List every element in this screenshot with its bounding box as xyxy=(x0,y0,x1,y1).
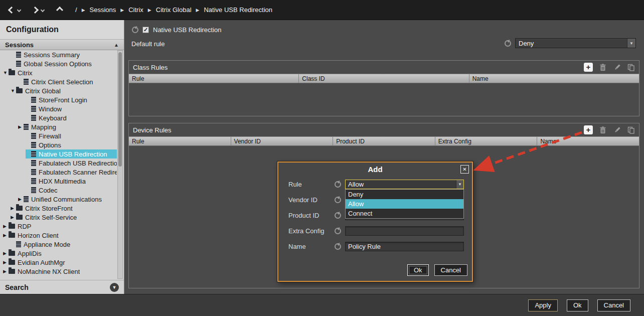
dialog-cancel-button[interactable]: Cancel xyxy=(434,264,467,276)
tree-item-unified-communications[interactable]: ▶Unified Communications xyxy=(0,195,117,204)
sidebar-scrollbar-thumb[interactable] xyxy=(118,52,122,167)
device-rules-column-name[interactable]: Name xyxy=(537,137,639,145)
class-rules-delete-button[interactable] xyxy=(599,63,607,71)
tree-item-horizon-client[interactable]: ▶Horizon Client xyxy=(0,231,117,240)
tree-item-fabulatech-usb-redirection[interactable]: Fabulatech USB Redirection xyxy=(0,159,117,168)
tree-item-inner: StoreFront Login xyxy=(26,95,117,104)
tree-item-applidis[interactable]: ▶AppliDis xyxy=(0,249,117,258)
expand-icon[interactable]: ▶ xyxy=(18,124,24,129)
reset-icon[interactable] xyxy=(335,197,341,203)
tree-item-firewall[interactable]: Firewall xyxy=(0,131,117,140)
tree-item-keyboard[interactable]: Keyboard xyxy=(0,113,117,122)
sessions-section-header[interactable]: Sessions ▲ xyxy=(0,39,124,50)
tree-item-storefront-login[interactable]: StoreFront Login xyxy=(0,95,117,104)
default-rule-dropdown[interactable]: Deny ▼ xyxy=(515,38,636,48)
name-input[interactable] xyxy=(345,242,464,251)
cancel-button[interactable]: Cancel xyxy=(597,299,630,311)
reset-icon[interactable] xyxy=(505,40,511,47)
expand-icon[interactable]: ▶ xyxy=(3,260,9,265)
folder-icon xyxy=(9,260,15,265)
device-rules-copy-button[interactable] xyxy=(627,126,635,134)
tree-item-label: Citrix xyxy=(18,69,33,77)
tree-item-mapping[interactable]: ▶Mapping xyxy=(0,122,117,131)
class-rules-column-rule[interactable]: Rule xyxy=(129,74,299,83)
back-history-caret-icon[interactable] xyxy=(17,8,21,12)
search-expand-button[interactable]: ▼ xyxy=(110,283,119,292)
rule-option-allow[interactable]: Allow xyxy=(346,199,463,209)
reset-icon[interactable] xyxy=(132,27,138,33)
device-rules-edit-button[interactable] xyxy=(613,126,621,134)
tree-item-citrix-global[interactable]: ▼Citrix Global xyxy=(0,86,117,95)
breadcrumb-item[interactable]: Native USB Redirection xyxy=(204,6,272,14)
tree-item-fabulatech-scanner-redirection[interactable]: Fabulatech Scanner Redirection xyxy=(0,168,117,177)
tree-item-citrix-self-service[interactable]: ▶Citrix Self-Service xyxy=(0,213,117,222)
expand-icon[interactable]: ▶ xyxy=(18,197,24,202)
class-rules-copy-button[interactable] xyxy=(627,63,635,71)
tree-item-citrix-client-selection[interactable]: Citrix Client Selection xyxy=(0,77,117,86)
device-rules-add-button[interactable]: + xyxy=(584,125,593,134)
device-rules-column-vendor-id[interactable]: Vendor ID xyxy=(231,137,334,145)
collapse-icon[interactable]: ▼ xyxy=(3,70,9,75)
class-rules-header-row: RuleClass IDName xyxy=(129,74,639,83)
folder-icon xyxy=(9,251,15,256)
class-rules-column-class-id[interactable]: Class ID xyxy=(299,74,469,83)
dialog-ok-button[interactable]: Ok xyxy=(407,264,429,276)
expand-icon[interactable]: ▶ xyxy=(3,251,9,256)
device-rules-column-rule[interactable]: Rule xyxy=(129,137,231,145)
device-rules-column-extra-config[interactable]: Extra Config xyxy=(435,137,538,145)
breadcrumb-item[interactable]: Citrix xyxy=(128,6,143,14)
tree-item-citrix-storefront[interactable]: ▶Citrix StoreFront xyxy=(0,204,117,213)
class-rules-add-button[interactable]: + xyxy=(584,63,593,72)
forward-history-caret-icon[interactable] xyxy=(41,8,45,12)
tree-item-hdx-multimedia[interactable]: HDX Multimedia xyxy=(0,177,117,186)
native-usb-redirection-checkbox[interactable]: ✓ xyxy=(142,27,149,33)
apply-button[interactable]: Apply xyxy=(528,299,558,311)
device-rules-column-product-id[interactable]: Product ID xyxy=(333,137,435,145)
configuration-sidebar: Configuration Sessions ▲ Sessions Summar… xyxy=(0,20,124,294)
class-rules-column-name[interactable]: Name xyxy=(469,74,639,83)
expand-icon[interactable]: ▶ xyxy=(11,206,16,211)
tree-item-rdp[interactable]: ▶RDP xyxy=(0,222,117,231)
breadcrumb-item[interactable]: Citrix Global xyxy=(156,6,192,14)
tree-item-label: Sessions Summary xyxy=(24,51,80,59)
tree-item-options[interactable]: Options xyxy=(0,140,117,149)
chevron-down-icon[interactable]: ▼ xyxy=(627,39,635,48)
expand-icon[interactable]: ▶ xyxy=(11,215,16,220)
reset-icon[interactable] xyxy=(335,212,341,219)
back-button[interactable] xyxy=(9,8,21,13)
forward-button[interactable] xyxy=(33,8,44,13)
breadcrumb-item[interactable]: Sessions xyxy=(90,6,116,14)
expand-icon[interactable]: ▶ xyxy=(3,269,9,274)
collapse-icon[interactable]: ▼ xyxy=(11,88,16,93)
section-collapse-icon[interactable]: ▲ xyxy=(114,42,119,48)
up-level-button[interactable] xyxy=(57,8,62,13)
chevron-down-icon[interactable]: ▼ xyxy=(456,180,463,189)
extra-config-input[interactable] xyxy=(345,226,464,236)
expand-icon[interactable]: ▶ xyxy=(3,224,9,229)
rule-option-connect[interactable]: Connect xyxy=(346,209,463,218)
rule-option-deny[interactable]: Deny xyxy=(346,190,463,199)
tree-item-global-session-options[interactable]: Global Session Options xyxy=(0,59,117,68)
ok-button[interactable]: Ok xyxy=(567,299,588,311)
reset-icon[interactable] xyxy=(335,181,341,188)
tree-item-codec[interactable]: Codec xyxy=(0,186,117,195)
reset-icon[interactable] xyxy=(335,243,341,250)
copy-icon xyxy=(627,126,635,134)
class-rules-edit-button[interactable] xyxy=(613,63,621,71)
tree-item-citrix[interactable]: ▼Citrix xyxy=(0,68,117,77)
tree-item-native-usb-redirection[interactable]: Native USB Redirection xyxy=(0,149,117,159)
device-rules-delete-button[interactable] xyxy=(599,126,607,134)
tree-item-sessions-summary[interactable]: Sessions Summary xyxy=(0,50,117,59)
tree-item-window[interactable]: Window xyxy=(0,104,117,113)
reset-icon[interactable] xyxy=(335,228,341,234)
tree-item-inner: ▶Unified Communications xyxy=(18,195,117,204)
breadcrumb-item[interactable]: / xyxy=(75,6,77,14)
tree-item-nomachine-nx-client[interactable]: ▶NoMachine NX Client xyxy=(0,267,117,276)
dialog-close-button[interactable]: ✕ xyxy=(460,165,469,174)
tree-item-evidian-authmgr[interactable]: ▶Evidian AuthMgr xyxy=(0,258,117,267)
search-section-header[interactable]: Search ▼ xyxy=(0,280,124,294)
tree-item-appliance-mode[interactable]: Appliance Mode xyxy=(0,240,117,249)
sidebar-scrollbar[interactable] xyxy=(117,50,123,279)
expand-icon[interactable]: ▶ xyxy=(3,233,9,238)
rule-dropdown[interactable]: Allow ▼ xyxy=(345,180,464,189)
